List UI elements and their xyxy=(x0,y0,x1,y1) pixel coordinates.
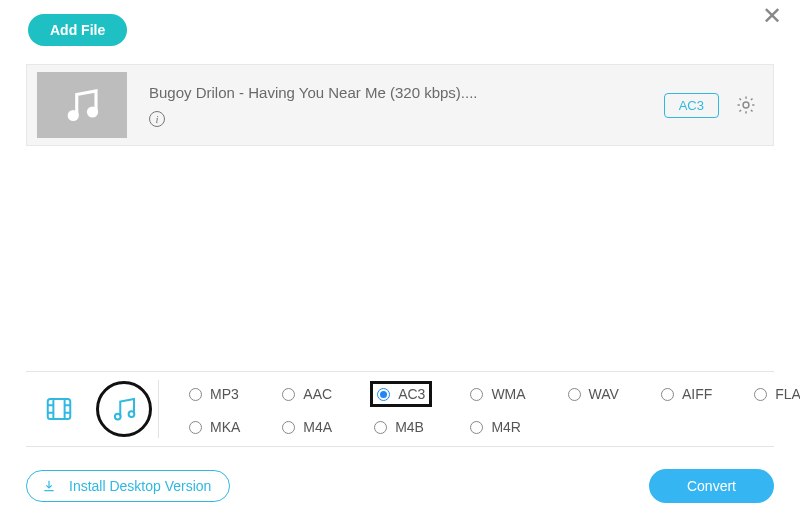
svg-point-0 xyxy=(69,111,77,119)
mode-video-icon[interactable] xyxy=(44,394,74,424)
format-option-m4a[interactable]: M4A xyxy=(278,417,336,437)
format-label: WMA xyxy=(491,386,525,402)
format-bar: MP3 AAC AC3 WMA WAV AIFF FLAC MKA M4A M4… xyxy=(26,371,774,447)
format-option-m4r[interactable]: M4R xyxy=(466,417,529,437)
format-label: M4A xyxy=(303,419,332,435)
svg-point-1 xyxy=(88,108,96,116)
svg-point-2 xyxy=(743,102,749,108)
file-thumbnail xyxy=(37,72,127,138)
format-option-mp3[interactable]: MP3 xyxy=(185,381,244,407)
format-label: FLAC xyxy=(775,386,800,402)
info-icon[interactable]: i xyxy=(149,111,165,127)
file-format-badge[interactable]: AC3 xyxy=(664,93,719,118)
mode-audio-highlight xyxy=(96,381,152,437)
format-label: AIFF xyxy=(682,386,712,402)
svg-rect-3 xyxy=(48,399,71,419)
format-label: MKA xyxy=(210,419,240,435)
mode-tabs xyxy=(32,380,159,438)
download-icon xyxy=(41,478,57,494)
format-option-wav[interactable]: WAV xyxy=(564,381,623,407)
svg-point-11 xyxy=(129,411,135,417)
format-option-mka[interactable]: MKA xyxy=(185,417,244,437)
file-actions: AC3 xyxy=(664,93,757,118)
file-title: Bugoy Drilon - Having You Near Me (320 k… xyxy=(149,84,664,101)
format-option-ac3[interactable]: AC3 xyxy=(370,381,432,407)
format-option-wma[interactable]: WMA xyxy=(466,381,529,407)
format-grid: MP3 AAC AC3 WMA WAV AIFF FLAC MKA M4A M4… xyxy=(159,381,800,437)
format-label: M4R xyxy=(491,419,521,435)
file-meta: Bugoy Drilon - Having You Near Me (320 k… xyxy=(127,84,664,127)
convert-button[interactable]: Convert xyxy=(649,469,774,503)
format-label: AAC xyxy=(303,386,332,402)
format-option-aiff[interactable]: AIFF xyxy=(657,381,716,407)
install-label: Install Desktop Version xyxy=(69,478,211,494)
file-card: Bugoy Drilon - Having You Near Me (320 k… xyxy=(26,64,774,146)
install-desktop-button[interactable]: Install Desktop Version xyxy=(26,470,230,502)
bottom-bar: Install Desktop Version Convert xyxy=(26,469,774,503)
format-option-flac[interactable]: FLAC xyxy=(750,381,800,407)
music-icon xyxy=(61,84,103,126)
format-label: M4B xyxy=(395,419,424,435)
close-icon[interactable]: ✕ xyxy=(762,4,782,28)
gear-icon[interactable] xyxy=(735,94,757,116)
format-label: WAV xyxy=(589,386,619,402)
format-label: MP3 xyxy=(210,386,239,402)
format-label: AC3 xyxy=(398,386,425,402)
format-option-m4b[interactable]: M4B xyxy=(370,417,432,437)
add-file-button[interactable]: Add File xyxy=(28,14,127,46)
svg-point-10 xyxy=(115,414,121,420)
mode-audio-icon[interactable] xyxy=(109,394,139,424)
format-option-aac[interactable]: AAC xyxy=(278,381,336,407)
